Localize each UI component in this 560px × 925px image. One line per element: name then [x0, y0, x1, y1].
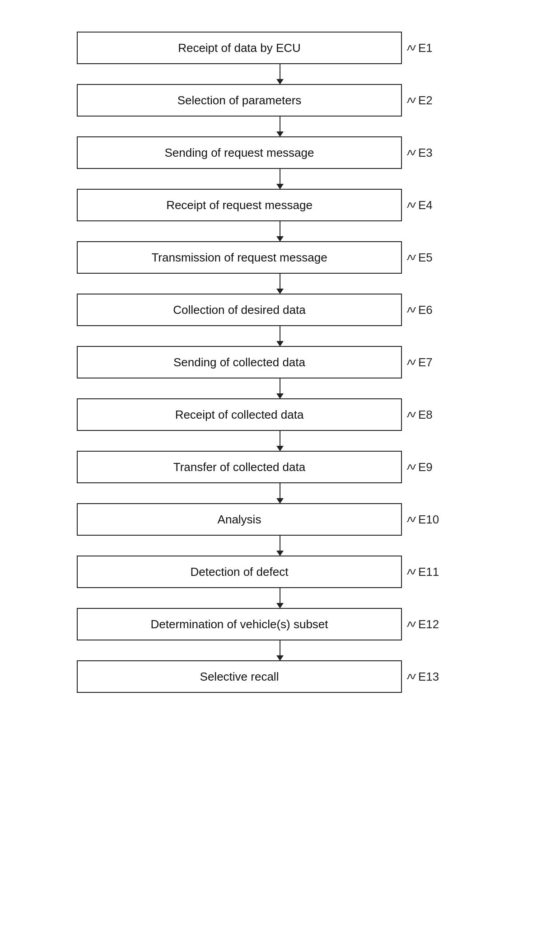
arrow-e4 [117, 221, 443, 241]
step-label-e10: E10 [406, 513, 439, 527]
step-id-e4: E4 [418, 198, 433, 212]
arrow-e3 [117, 169, 443, 189]
step-row-e2: Selection of parameters E2 [77, 84, 483, 117]
step-row-e13: Selective recall E13 [77, 660, 483, 693]
squiggle-icon-e11 [406, 568, 416, 576]
step-box-e2: Selection of parameters [77, 84, 402, 117]
squiggle-icon-e12 [406, 620, 416, 628]
arrow-e6 [117, 326, 443, 346]
step-box-e13: Selective recall [77, 660, 402, 693]
step-id-e6: E6 [418, 303, 433, 317]
arrow-line-icon [280, 117, 280, 136]
arrow-e7 [117, 378, 443, 398]
step-row-e10: Analysis E10 [77, 503, 483, 536]
arrow-e2 [117, 117, 443, 136]
step-row-e5: Transmission of request message E5 [77, 241, 483, 274]
step-label-e11: E11 [406, 565, 439, 579]
step-id-e13: E13 [418, 670, 439, 684]
squiggle-icon-e5 [406, 253, 416, 262]
step-label-e4: E4 [406, 198, 433, 212]
step-id-e8: E8 [418, 408, 433, 422]
arrow-line-icon [280, 483, 280, 503]
step-id-e9: E9 [418, 460, 433, 474]
step-row-e12: Determination of vehicle(s) subset E12 [77, 608, 483, 640]
arrow-e11 [117, 588, 443, 608]
squiggle-icon-e9 [406, 463, 416, 471]
step-box-e4: Receipt of request message [77, 189, 402, 221]
step-row-e11: Detection of defect E11 [77, 556, 483, 588]
arrow-line-icon [280, 536, 280, 556]
arrow-line-icon [280, 326, 280, 346]
step-label-e8: E8 [406, 408, 433, 422]
step-id-e11: E11 [418, 565, 439, 579]
step-box-e1: Receipt of data by ECU [77, 32, 402, 64]
squiggle-icon-e3 [406, 149, 416, 157]
step-id-e5: E5 [418, 251, 433, 265]
step-label-e3: E3 [406, 146, 433, 160]
step-row-e9: Transfer of collected data E9 [77, 451, 483, 483]
squiggle-icon-e7 [406, 358, 416, 366]
arrow-e9 [117, 483, 443, 503]
step-row-e8: Receipt of collected data E8 [77, 398, 483, 431]
arrow-line-icon [280, 64, 280, 84]
step-id-e10: E10 [418, 513, 439, 527]
arrow-e1 [117, 64, 443, 84]
arrow-line-icon [280, 588, 280, 608]
step-label-e6: E6 [406, 303, 433, 317]
arrow-e5 [117, 274, 443, 294]
arrow-line-icon [280, 169, 280, 189]
arrow-e10 [117, 536, 443, 556]
step-box-e11: Detection of defect [77, 556, 402, 588]
squiggle-icon-e8 [406, 411, 416, 419]
step-id-e1: E1 [418, 41, 433, 55]
step-box-e9: Transfer of collected data [77, 451, 402, 483]
squiggle-icon-e10 [406, 515, 416, 523]
step-box-e8: Receipt of collected data [77, 398, 402, 431]
step-row-e7: Sending of collected data E7 [77, 346, 483, 378]
step-box-e5: Transmission of request message [77, 241, 402, 274]
step-row-e6: Collection of desired data E6 [77, 294, 483, 326]
step-id-e12: E12 [418, 617, 439, 631]
step-box-e10: Analysis [77, 503, 402, 536]
step-label-e12: E12 [406, 617, 439, 631]
arrow-e8 [117, 431, 443, 451]
arrow-line-icon [280, 221, 280, 241]
step-box-e12: Determination of vehicle(s) subset [77, 608, 402, 640]
arrow-line-icon [280, 378, 280, 398]
squiggle-icon-e4 [406, 201, 416, 209]
step-label-e2: E2 [406, 93, 433, 107]
step-box-e6: Collection of desired data [77, 294, 402, 326]
step-label-e7: E7 [406, 355, 433, 369]
squiggle-icon-e1 [406, 44, 416, 52]
step-id-e3: E3 [418, 146, 433, 160]
step-id-e7: E7 [418, 355, 433, 369]
squiggle-icon-e6 [406, 306, 416, 314]
step-row-e1: Receipt of data by ECU E1 [77, 32, 483, 64]
squiggle-icon-e2 [406, 96, 416, 104]
flowchart-container: Receipt of data by ECU E1Selection of pa… [77, 18, 483, 693]
step-box-e7: Sending of collected data [77, 346, 402, 378]
step-label-e9: E9 [406, 460, 433, 474]
step-label-e1: E1 [406, 41, 433, 55]
step-row-e4: Receipt of request message E4 [77, 189, 483, 221]
arrow-line-icon [280, 640, 280, 660]
step-box-e3: Sending of request message [77, 136, 402, 169]
arrow-line-icon [280, 274, 280, 294]
arrow-line-icon [280, 431, 280, 451]
step-label-e13: E13 [406, 670, 439, 684]
step-label-e5: E5 [406, 251, 433, 265]
step-row-e3: Sending of request message E3 [77, 136, 483, 169]
arrow-e12 [117, 640, 443, 660]
step-id-e2: E2 [418, 93, 433, 107]
squiggle-icon-e13 [406, 673, 416, 681]
